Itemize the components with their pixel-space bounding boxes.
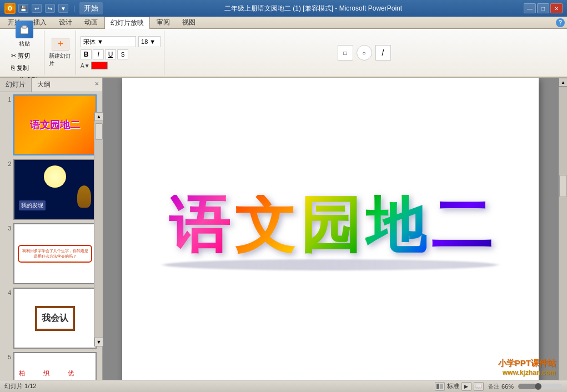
minimize-button[interactable]: — [524, 3, 536, 13]
svg-text:O: O [8, 6, 12, 12]
view-normal-label: 标准 [447, 382, 459, 390]
zoom-handle[interactable] [535, 383, 541, 390]
watermark-line1: 小学PPT课件站 [498, 358, 556, 369]
tab-animation[interactable]: 动画 [79, 17, 103, 29]
panel-tabs: 幻灯片 大纲 × [0, 78, 102, 92]
paste-button[interactable]: 粘贴 [13, 20, 36, 48]
thumb5-char-2: 织 [43, 369, 67, 378]
thumb3-background: 我利用多字学会了几个生字，你知道是是用什么方法学会的吗？ [14, 224, 96, 283]
thumb5-char-4: 纺 [19, 379, 42, 380]
slide-thumb-5[interactable]: 柏 织 优 纺 胜 湾 纪 粒 [13, 352, 97, 380]
scroll-thumb[interactable] [95, 123, 103, 140]
slide-main-area: 语 文 园 地 二 ▲ ▼ ◄ [103, 78, 567, 380]
slide-view[interactable]: 语 文 园 地 二 [103, 78, 558, 380]
slide-item-4[interactable]: 4 我会认 [2, 288, 100, 349]
slide-thumb-2[interactable]: 我的发现 [13, 159, 97, 220]
slide-canvas[interactable]: 语 文 园 地 二 [122, 78, 539, 380]
help-button[interactable]: ? [556, 18, 565, 27]
svg-rect-3 [22, 26, 27, 28]
char-di: 地 [365, 195, 426, 256]
font-size-selector[interactable]: 18 ▼ [138, 36, 160, 47]
char-yu: 语 [169, 195, 230, 256]
tab-slideshow[interactable]: 幻灯片放映 [104, 17, 150, 29]
ribbon-toolbar: 粘贴 ✂ 剪切 ⎘ 复制 🖌 格式刷 + 新建幻灯片 宋体 ▼ 18 ▼ B I [0, 29, 567, 78]
file-menu-label[interactable]: 开始 [79, 2, 103, 14]
status-bar: 幻灯片 1/12 标准 ▶ 📖 备注 66% [0, 380, 567, 392]
thumb5-char-3: 优 [68, 369, 91, 378]
slide-number-2: 2 [2, 161, 11, 167]
scroll-down-button[interactable]: ▼ [94, 338, 103, 346]
thumb5-char-1: 柏 [19, 369, 42, 378]
new-slide-button[interactable]: + 新建幻灯片 [49, 39, 72, 67]
slide-thumb-1[interactable]: 语文园地二 [13, 94, 97, 155]
slide-scroll-area: 语 文 园 地 二 ▲ ▼ [103, 78, 567, 380]
italic-button[interactable]: I [93, 49, 104, 59]
slide-number-5: 5 [2, 354, 11, 360]
v-scroll-thumb[interactable] [559, 175, 567, 197]
thumb4-background: 我会认 [14, 289, 96, 348]
char-er: 二 [431, 195, 492, 256]
underline-button[interactable]: U [105, 49, 116, 59]
slide-item-1[interactable]: 1 语文园地二 [2, 94, 100, 155]
tab-view[interactable]: 视图 [177, 17, 201, 29]
undo-qat-button[interactable]: ↩ [32, 4, 42, 13]
scroll-up-button[interactable]: ▲ [94, 112, 103, 121]
tab-review[interactable]: 审阅 [151, 17, 175, 29]
line-button[interactable]: / [375, 45, 391, 61]
scroll-up-main-button[interactable]: ▲ [559, 78, 567, 87]
view-slideshow-icon[interactable]: ▶ [461, 382, 471, 391]
slide-content: 语 文 园 地 二 [122, 78, 539, 380]
watermark: 小学PPT课件站 www.kjzhan.com [498, 358, 556, 376]
bold-button[interactable]: B [81, 49, 92, 59]
close-button[interactable]: ✕ [550, 3, 563, 13]
font-family-selector[interactable]: 宋体 ▼ [81, 36, 136, 47]
shape-button[interactable]: □ [338, 45, 353, 61]
thumb2-lightbulb [77, 185, 91, 208]
qat-more-button[interactable]: ▼ [58, 4, 68, 13]
slide-item-2[interactable]: 2 我的发现 [2, 159, 100, 220]
font-group: 宋体 ▼ 18 ▼ B I U S A▼ [77, 31, 164, 75]
thumb3-text: 我利用多字学会了几个生字，你知道是是用什么方法学会的吗？ [18, 245, 92, 263]
thumb1-background: 语文园地二 [14, 96, 96, 154]
window-title: 二年级上册语文园地二 (1) [兼容模式] - Microsoft PowerP… [103, 4, 524, 13]
thumb4-board: 我会认 [35, 306, 75, 331]
font-color-picker[interactable] [91, 62, 108, 69]
slides-group: + 新建幻灯片 [46, 31, 76, 75]
copy-button[interactable]: ⎘ 复制 [8, 62, 41, 73]
v-scroll-track [559, 87, 567, 380]
thumb5-char-5: 胜 [43, 379, 67, 380]
maximize-button[interactable]: □ [537, 3, 549, 13]
window-controls: — □ ✕ [524, 3, 563, 13]
save-qat-button[interactable]: 💾 [18, 4, 28, 13]
panel-scrollbar[interactable]: ▲ ▼ [94, 112, 103, 346]
char-wen: 文 [234, 195, 295, 256]
slides-tab[interactable]: 幻灯片 [0, 78, 32, 92]
view-reading-icon[interactable]: 📖 [474, 382, 484, 391]
redo-qat-button[interactable]: ↪ [45, 4, 55, 13]
char-yuan: 园 [300, 195, 361, 256]
svg-rect-4 [436, 384, 439, 389]
cut-button[interactable]: ✂ 剪切 [8, 50, 41, 61]
thumb2-background: 我的发现 [14, 160, 96, 219]
slide-number-4: 4 [2, 290, 11, 296]
view-controls: 标准 ▶ 📖 备注 [435, 382, 501, 391]
slides-list: 1 语文园地二 2 我的发现 [0, 92, 102, 380]
slide-count-status: 幻灯片 1/12 [4, 382, 435, 390]
zoom-controls: 66% [501, 383, 563, 390]
office-logo-icon[interactable]: O [4, 3, 16, 14]
tab-design[interactable]: 设计 [53, 17, 78, 29]
scroll-track [94, 121, 103, 338]
oval-button[interactable]: ○ [357, 45, 372, 61]
close-panel-button[interactable]: × [92, 78, 102, 92]
thumb2-label: 我的发现 [19, 200, 46, 210]
zoom-slider[interactable] [518, 384, 563, 389]
view-normal-icon[interactable] [435, 382, 445, 391]
slide-thumb-3[interactable]: 我利用多字学会了几个生字，你知道是是用什么方法学会的吗？ [13, 223, 97, 284]
zoom-fill [518, 384, 536, 389]
shadow-button[interactable]: S [117, 49, 128, 59]
slide-item-3[interactable]: 3 我利用多字学会了几个生字，你知道是是用什么方法学会的吗？ [2, 223, 100, 284]
vertical-scrollbar[interactable]: ▲ ▼ [558, 78, 567, 380]
outline-tab[interactable]: 大纲 [32, 78, 56, 92]
slide-thumb-4[interactable]: 我会认 [13, 288, 97, 349]
slide-item-5[interactable]: 5 柏 织 优 纺 胜 湾 纪 粒 [2, 352, 100, 380]
